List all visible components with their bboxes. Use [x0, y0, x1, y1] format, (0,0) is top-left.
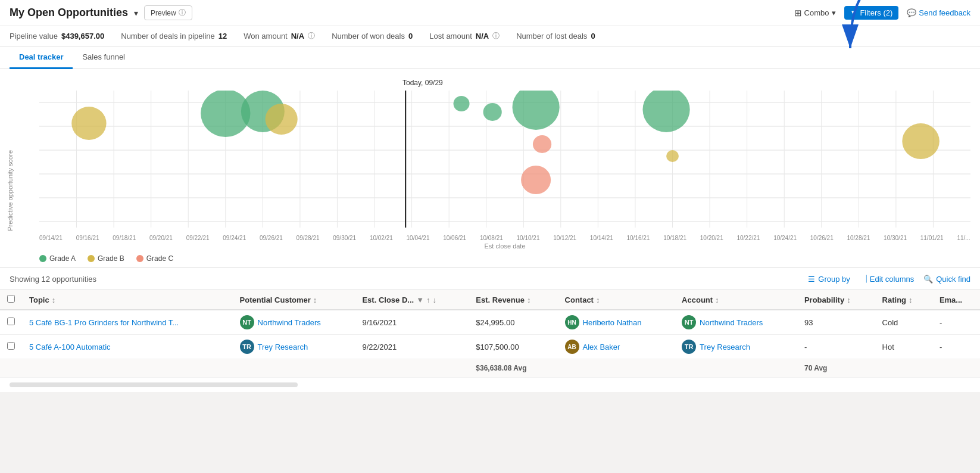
probability-avg: 70 Avg [797, 359, 875, 378]
row-checkbox[interactable] [7, 318, 15, 325]
sort-icon[interactable]: ↕ [313, 295, 317, 304]
filters-button[interactable]: ▼ Filters (2) [844, 6, 899, 20]
lost-deals-label: Number of lost deals [516, 32, 587, 41]
col-account: Account ↕ [675, 290, 797, 310]
x-label: 10/22/21 [736, 235, 760, 241]
grade-a-dot [39, 255, 46, 262]
table-header-bar: Showing 12 opportunities ☰ Group by ⎹ Ed… [0, 268, 980, 290]
lost-amount-label: Lost amount [429, 32, 472, 41]
bubble[interactable] [453, 96, 469, 111]
avg-row: $36,638.08 Avg 70 Avg [0, 359, 980, 378]
opportunities-table: Topic ↕ Potential Customer ↕ Est. Close … [0, 290, 980, 378]
bubble[interactable] [533, 135, 551, 153]
chat-icon: 💬 [907, 8, 916, 17]
won-deals-label: Number of won deals [332, 32, 405, 41]
preview-button[interactable]: Preview ⓘ [144, 5, 192, 20]
cell-email: - [932, 335, 980, 359]
contact-link[interactable]: Heriberto Nathan [583, 318, 642, 327]
x-label: 10/24/21 [773, 235, 797, 241]
top-bar-right: ⊞ Combo ▾ ▼ Filters (2) 💬 Send feedback [794, 6, 970, 20]
account-link[interactable]: Trey Research [700, 343, 750, 351]
showing-text: Showing 12 opportunities [10, 275, 96, 284]
x-label: 10/02/21 [370, 235, 393, 241]
tab-sales-funnel[interactable]: Sales funnel [73, 46, 135, 69]
row-checkbox[interactable] [7, 342, 15, 350]
topic-link[interactable]: 5 Café A-100 Automatic [29, 343, 111, 351]
sort-icon[interactable]: ↕ [909, 295, 913, 304]
sort-icon[interactable]: ↕ [847, 295, 851, 304]
contact-link[interactable]: Alex Baker [583, 343, 620, 351]
contact-avatar: HN [565, 315, 579, 329]
x-label: 09/16/21 [76, 235, 99, 241]
tab-deal-tracker[interactable]: Deal tracker [10, 46, 73, 69]
account-badge: TR [682, 340, 696, 354]
deals-in-pipeline-metric: Number of deals in pipeline 12 [121, 32, 227, 41]
x-label: 10/26/21 [810, 235, 834, 241]
grade-b-dot [88, 255, 95, 262]
won-deals-value: 0 [408, 32, 413, 41]
x-label: 09/22/21 [186, 235, 210, 241]
sort-icon[interactable]: ↕ [52, 295, 56, 304]
group-by-button[interactable]: ☰ Group by [808, 275, 850, 284]
account-link[interactable]: Northwind Traders [700, 318, 763, 327]
x-label: 10/06/21 [443, 235, 466, 241]
customer-link[interactable]: Trey Research [258, 343, 308, 351]
x-label: 09/26/21 [260, 235, 283, 241]
send-feedback-button[interactable]: 💬 Send feedback [907, 8, 970, 17]
cell-probability: - [797, 335, 875, 359]
send-feedback-label: Send feedback [919, 8, 970, 17]
sort-icon[interactable]: ↕ [596, 295, 600, 304]
cell-contact: AB Alex Baker [558, 335, 675, 359]
select-all-checkbox[interactable] [7, 295, 15, 303]
x-label: 10/10/21 [517, 235, 540, 241]
customer-link[interactable]: Northwind Traders [258, 318, 321, 327]
filters-label: Filters (2) [860, 8, 892, 17]
table-actions: ☰ Group by ⎹ Edit columns 🔍 Quick find [808, 274, 970, 284]
x-label: 10/20/21 [700, 235, 723, 241]
x-label: 09/28/21 [297, 235, 320, 241]
x-label: 10/16/21 [627, 235, 650, 241]
x-label: 09/30/21 [333, 235, 356, 241]
top-bar: My Open Opportunities ▾ Preview ⓘ ⊞ Comb… [0, 0, 980, 26]
columns-icon: ⎹ [860, 274, 867, 284]
legend-grade-c: Grade C [136, 254, 173, 263]
chevron-down-icon[interactable]: ▾ [134, 8, 138, 18]
col-contact: Contact ↕ [558, 290, 675, 310]
bubble[interactable] [666, 150, 679, 162]
grade-a-label: Grade A [49, 254, 76, 263]
info-icon[interactable]: ⓘ [308, 31, 315, 41]
sort-desc-icon[interactable]: ↓ [433, 295, 437, 304]
cell-potential-customer: TR Trey Research [233, 335, 355, 359]
x-axis-label: Est close date [39, 242, 970, 250]
x-label: 10/14/21 [590, 235, 613, 241]
horizontal-scrollbar[interactable] [10, 382, 298, 387]
edit-columns-button[interactable]: ⎹ Edit columns [860, 274, 914, 284]
pipeline-value: $439,657.00 [61, 32, 104, 41]
lost-amount-metric: Lost amount N/A ⓘ [429, 31, 500, 41]
combo-button[interactable]: ⊞ Combo ▾ [794, 8, 836, 18]
cell-rating: Cold [875, 310, 932, 335]
info-icon-2[interactable]: ⓘ [492, 31, 500, 41]
bubble[interactable] [483, 103, 502, 121]
quick-find-button[interactable]: 🔍 Quick find [923, 275, 970, 284]
bubble[interactable] [521, 166, 551, 194]
bubble[interactable] [902, 123, 940, 159]
grade-b-label: Grade B [98, 254, 124, 263]
cell-account: TR Trey Research [675, 335, 797, 359]
won-deals-metric: Number of won deals 0 [332, 32, 413, 41]
topic-link[interactable]: 5 Café BG-1 Pro Grinders for Northwind T… [29, 318, 179, 327]
filter-icon[interactable]: ▼ [416, 295, 424, 304]
sort-icon[interactable]: ↕ [715, 295, 719, 304]
sort-icon[interactable]: ↕ [527, 295, 531, 304]
won-amount-metric: Won amount N/A ⓘ [244, 31, 315, 41]
bubble[interactable] [513, 91, 560, 130]
customer-badge: TR [240, 340, 254, 354]
deal-tracker-chart: 100 75 50 [39, 91, 970, 234]
metrics-bar: Pipeline value $439,657.00 Number of dea… [0, 26, 980, 46]
table-row: 5 Café BG-1 Pro Grinders for Northwind T… [0, 310, 980, 335]
bubble[interactable] [71, 107, 106, 140]
bubble[interactable] [266, 104, 298, 135]
sort-asc-icon[interactable]: ↑ [426, 295, 430, 304]
customer-badge: NT [240, 315, 254, 329]
won-amount-label: Won amount [244, 32, 287, 41]
